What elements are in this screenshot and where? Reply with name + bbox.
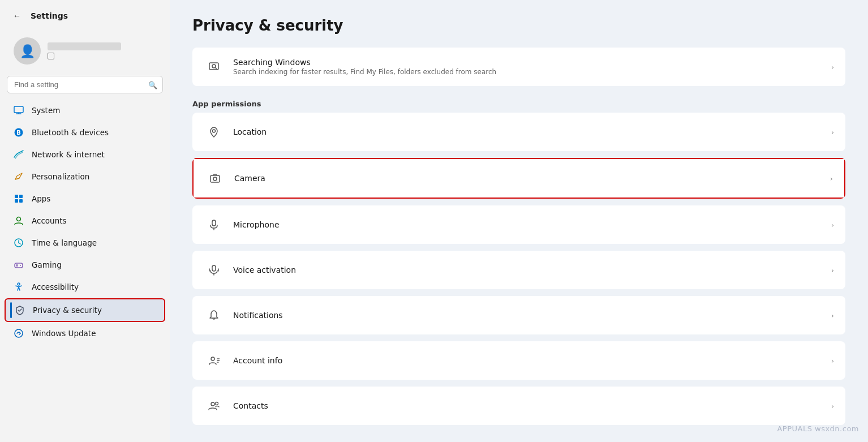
- voice-text: Voice activation: [233, 265, 831, 274]
- sidebar-item-apps[interactable]: Apps: [5, 188, 165, 209]
- user-sub-icon: [48, 53, 54, 59]
- permission-item-contacts[interactable]: Contacts ›: [192, 387, 845, 425]
- sidebar-header: ← Settings: [0, 0, 170, 32]
- sidebar-item-personalization[interactable]: Personalization: [5, 166, 165, 187]
- sidebar-item-privacy[interactable]: Privacy & security: [5, 298, 165, 322]
- accounts-icon: [14, 216, 24, 226]
- svg-point-35: [216, 402, 218, 405]
- user-section[interactable]: 👤: [5, 32, 165, 72]
- permissions-list: Location › Camera › Microphone ›: [192, 113, 845, 425]
- searching-windows-card: Searching Windows Search indexing for fa…: [192, 48, 845, 86]
- contacts-icon: [204, 396, 224, 416]
- searching-windows-item[interactable]: Searching Windows Search indexing for fa…: [192, 48, 845, 86]
- svg-rect-8: [19, 199, 23, 203]
- location-title: Location: [233, 127, 831, 136]
- svg-rect-28: [212, 265, 216, 271]
- svg-rect-0: [14, 106, 23, 113]
- gaming-icon: [14, 260, 24, 270]
- camera-chevron: ›: [830, 174, 833, 183]
- svg-line-12: [19, 243, 20, 244]
- sidebar-app-title: Settings: [31, 11, 68, 20]
- bluetooth-icon: B: [14, 127, 24, 138]
- watermark: APPUALS wsxdn.com: [777, 424, 859, 433]
- sidebar-item-bluetooth[interactable]: B Bluetooth & devices: [5, 122, 165, 143]
- svg-point-23: [213, 130, 216, 132]
- permission-item-notifications-card: Notifications ›: [192, 296, 845, 334]
- svg-point-18: [18, 283, 20, 285]
- permission-item-microphone[interactable]: Microphone ›: [192, 205, 845, 244]
- location-chevron: ›: [831, 128, 834, 136]
- system-icon: [14, 105, 24, 115]
- sidebar-item-update[interactable]: Windows Update: [5, 323, 165, 344]
- svg-point-19: [15, 329, 23, 337]
- svg-point-25: [213, 177, 217, 181]
- permission-item-location[interactable]: Location ›: [192, 113, 845, 151]
- camera-title: Camera: [234, 174, 830, 183]
- svg-rect-24: [210, 175, 220, 182]
- permission-item-notifications[interactable]: Notifications ›: [192, 296, 845, 334]
- permission-item-account-info-card: Account info ›: [192, 341, 845, 380]
- sidebar-item-label-system: System: [32, 106, 60, 115]
- svg-point-17: [20, 265, 21, 266]
- nav-list: System B Bluetooth & devices Network & i…: [0, 99, 170, 345]
- search-input[interactable]: [7, 76, 163, 93]
- time-icon: [14, 238, 24, 248]
- account-info-chevron: ›: [831, 357, 834, 365]
- permission-item-location-card: Location ›: [192, 113, 845, 151]
- sidebar-item-time[interactable]: Time & language: [5, 232, 165, 254]
- svg-rect-7: [15, 199, 18, 203]
- microphone-chevron: ›: [831, 221, 834, 229]
- svg-rect-26: [212, 220, 216, 226]
- sidebar-item-label-network: Network & internet: [32, 150, 105, 159]
- svg-point-34: [211, 402, 214, 406]
- search-box: 🔍: [7, 76, 163, 93]
- privacy-icon: [15, 305, 25, 315]
- microphone-title: Microphone: [233, 220, 831, 229]
- update-icon: [14, 328, 24, 338]
- sidebar-item-system[interactable]: System: [5, 100, 165, 121]
- sidebar-item-gaming[interactable]: Gaming: [5, 254, 165, 276]
- svg-text:B: B: [16, 130, 21, 136]
- network-icon: [14, 149, 24, 160]
- search-icon: 🔍: [148, 80, 157, 89]
- voice-title: Voice activation: [233, 265, 831, 274]
- svg-point-9: [17, 217, 21, 221]
- permission-item-account-info[interactable]: Account info ›: [192, 341, 845, 380]
- svg-rect-13: [15, 263, 23, 268]
- permission-item-contacts-card: Contacts ›: [192, 387, 845, 425]
- account-info-icon: [204, 350, 224, 371]
- permission-item-voice-card: Voice activation ›: [192, 251, 845, 289]
- back-button[interactable]: ←: [9, 8, 25, 24]
- user-name-area: [48, 42, 121, 59]
- sidebar-item-accessibility[interactable]: Accessibility: [5, 276, 165, 298]
- sidebar-item-label-apps: Apps: [32, 194, 50, 203]
- permission-item-microphone-card: Microphone ›: [192, 205, 845, 244]
- apps-icon: [14, 194, 24, 204]
- camera-icon: [205, 168, 225, 188]
- permission-item-voice[interactable]: Voice activation ›: [192, 251, 845, 289]
- svg-line-22: [216, 68, 217, 70]
- location-text: Location: [233, 127, 831, 136]
- contacts-text: Contacts: [233, 401, 831, 410]
- svg-rect-5: [15, 195, 18, 198]
- avatar: 👤: [14, 37, 41, 65]
- searching-windows-text: Searching Windows Search indexing for fa…: [233, 58, 831, 76]
- voice-icon: [204, 260, 224, 280]
- searching-windows-title: Searching Windows: [233, 58, 831, 67]
- location-icon: [204, 122, 224, 142]
- sidebar-item-label-personalization: Personalization: [32, 172, 89, 181]
- sidebar-item-accounts[interactable]: Accounts: [5, 210, 165, 231]
- voice-chevron: ›: [831, 266, 834, 274]
- microphone-icon: [204, 214, 224, 235]
- permission-item-camera[interactable]: Camera ›: [194, 159, 844, 198]
- notifications-text: Notifications: [233, 311, 831, 320]
- permission-item-camera-card: Camera ›: [192, 158, 845, 199]
- sidebar-item-network[interactable]: Network & internet: [5, 144, 165, 165]
- svg-point-30: [211, 357, 214, 361]
- page-title: Privacy & security: [192, 17, 845, 34]
- microphone-text: Microphone: [233, 220, 831, 229]
- notifications-chevron: ›: [831, 311, 834, 320]
- notifications-title: Notifications: [233, 311, 831, 320]
- searching-windows-chevron: ›: [831, 63, 834, 71]
- account-info-title: Account info: [233, 356, 831, 365]
